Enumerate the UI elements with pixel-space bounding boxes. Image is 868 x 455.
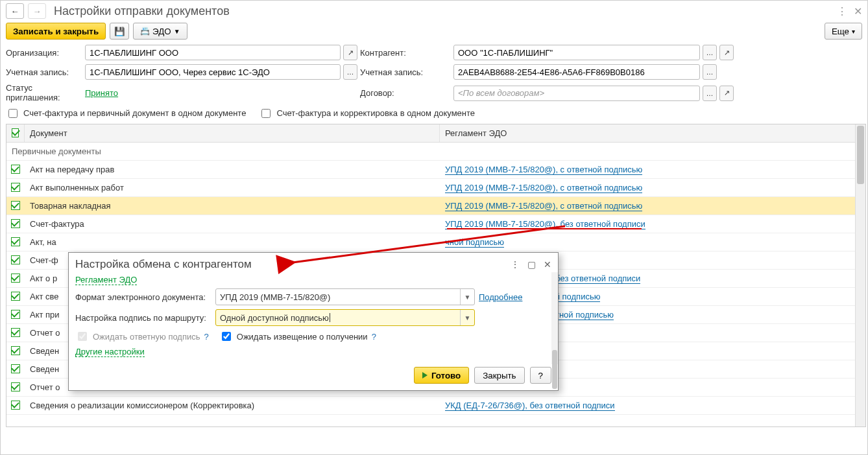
edo-dropdown-button[interactable]: 📇 ЭДО ▼ bbox=[133, 23, 187, 40]
text-cursor bbox=[330, 313, 330, 322]
reg-cell: УПД 2019 (ММВ-7-15/820@), с ответной под… bbox=[440, 165, 865, 174]
more-link[interactable]: Подробнее bbox=[479, 292, 522, 302]
ellipsis-icon[interactable]: … bbox=[703, 86, 717, 101]
row-check[interactable] bbox=[6, 219, 25, 228]
row-check[interactable] bbox=[6, 274, 25, 283]
table-row[interactable]: Товарная накладнаяУПД 2019 (ММВ-7-15/820… bbox=[6, 197, 865, 215]
options-row: Счет-фактура и первичный документ в одно… bbox=[1, 107, 867, 124]
maximize-icon[interactable]: ▢ bbox=[527, 259, 536, 270]
check-icon bbox=[12, 128, 19, 137]
group-primary-docs: Первичные документы bbox=[6, 143, 865, 161]
nav-back-button[interactable]: ← bbox=[6, 3, 24, 19]
open-icon[interactable]: ↗ bbox=[343, 45, 357, 60]
sign-route-select[interactable]: Одной доступной подписью ▼ bbox=[215, 309, 475, 326]
play-icon bbox=[422, 372, 428, 379]
reg-cell: УКД (ЕД-7-26/736@), без ответной подписи bbox=[440, 401, 865, 410]
reg-cell: УПД 2019 (ММВ-7-15/820@), без ответной п… bbox=[440, 219, 865, 229]
chevron-down-icon: ▼ bbox=[460, 289, 474, 305]
check-icon bbox=[11, 328, 20, 337]
wait-reply-checkbox[interactable]: Ожидать ответную подпись bbox=[75, 330, 200, 343]
row-check[interactable] bbox=[6, 382, 25, 391]
row-check[interactable] bbox=[6, 183, 25, 192]
wait-notice-checkbox[interactable]: Ожидать извещение о получении bbox=[219, 330, 368, 343]
close-icon[interactable]: ✕ bbox=[544, 259, 551, 270]
row-check[interactable] bbox=[6, 201, 25, 210]
table-row[interactable]: Акт на передачу правУПД 2019 (ММВ-7-15/8… bbox=[6, 161, 865, 179]
counterparty-label: Контрагент: bbox=[360, 48, 451, 58]
account-field[interactable] bbox=[85, 64, 341, 80]
row-check[interactable] bbox=[6, 328, 25, 337]
scroll-thumb[interactable] bbox=[552, 350, 557, 389]
save-close-button[interactable]: Записать и закрыть bbox=[6, 23, 106, 40]
check-icon bbox=[11, 382, 20, 391]
row-check[interactable] bbox=[6, 401, 25, 410]
kebab-icon[interactable]: ⋮ bbox=[837, 5, 847, 18]
doc-cell: Товарная накладная bbox=[25, 201, 440, 211]
close-icon[interactable]: ✕ bbox=[854, 5, 862, 18]
table-row[interactable]: Акт выполненных работУПД 2019 (ММВ-7-15/… bbox=[6, 179, 865, 197]
floppy-icon: 💾 bbox=[114, 27, 125, 36]
ellipsis-icon[interactable]: … bbox=[343, 64, 357, 80]
check-icon bbox=[11, 292, 20, 301]
reglament-link[interactable]: УПД 2019 (ММВ-7-15/820@), с ответной под… bbox=[445, 165, 642, 175]
format-select[interactable]: УПД 2019 (ММВ-7-15/820@) ▼ bbox=[215, 288, 475, 305]
check-icon bbox=[11, 401, 20, 410]
format-value: УПД 2019 (ММВ-7-15/820@) bbox=[220, 292, 330, 302]
nav-forward-button[interactable]: → bbox=[28, 3, 46, 19]
other-settings-link[interactable]: Другие настройки bbox=[75, 347, 145, 357]
reglament-link[interactable]: УКД (ЕД-7-26/736@), без ответной подписи bbox=[445, 401, 615, 411]
header-check-cell[interactable] bbox=[6, 124, 25, 142]
contract-label: Договор: bbox=[360, 88, 451, 98]
header-document[interactable]: Документ bbox=[25, 124, 440, 142]
cp-account-field[interactable] bbox=[453, 64, 700, 80]
invoice-correction-checkbox[interactable]: Счет-фактура и корректировка в одном док… bbox=[259, 107, 475, 120]
row-check[interactable] bbox=[6, 292, 25, 301]
reglament-link[interactable]: Регламент ЭДО bbox=[75, 275, 137, 285]
reglament-link[interactable]: чной подписью bbox=[445, 237, 504, 248]
done-button[interactable]: Готово bbox=[414, 367, 469, 384]
scroll-thumb[interactable] bbox=[857, 126, 864, 184]
open-icon[interactable]: ↗ bbox=[719, 45, 734, 60]
close-button[interactable]: Закрыть bbox=[474, 367, 524, 384]
save-button[interactable]: 💾 bbox=[110, 23, 129, 40]
window-header: ← → Настройки отправки документов ⋮ ✕ bbox=[1, 1, 867, 21]
toolbar: Записать и закрыть 💾 📇 ЭДО ▼ Еще ▾ bbox=[1, 21, 867, 45]
counterparty-field[interactable] bbox=[453, 45, 700, 60]
annotation-underline bbox=[447, 228, 642, 229]
reglament-link[interactable]: УПД 2019 (ММВ-7-15/820@), с ответной под… bbox=[445, 183, 642, 193]
table-row[interactable]: Акт, начной подписью bbox=[6, 233, 865, 251]
sign-route-label: Настройка подпись по маршруту: bbox=[75, 313, 211, 323]
kebab-icon[interactable]: ⋮ bbox=[511, 259, 520, 270]
check-icon bbox=[11, 274, 20, 283]
check-icon bbox=[11, 165, 20, 174]
row-check[interactable] bbox=[6, 346, 25, 355]
table-row[interactable]: Счет-фактураУПД 2019 (ММВ-7-15/820@), бе… bbox=[6, 215, 865, 233]
chevron-down-icon: ▾ bbox=[852, 28, 855, 35]
help-icon[interactable]: ? bbox=[372, 332, 376, 342]
ellipsis-icon[interactable]: … bbox=[703, 64, 717, 80]
help-icon[interactable]: ? bbox=[204, 332, 209, 342]
reg-cell: УПД 2019 (ММВ-7-15/820@), с ответной под… bbox=[440, 201, 865, 211]
org-field[interactable] bbox=[85, 45, 341, 60]
row-check[interactable] bbox=[6, 310, 25, 319]
row-check[interactable] bbox=[6, 237, 25, 246]
help-button[interactable]: ? bbox=[530, 367, 551, 384]
dialog-title: Настройка обмена с контрагентом bbox=[75, 258, 252, 271]
ellipsis-icon[interactable]: … bbox=[703, 45, 717, 60]
open-icon[interactable]: ↗ bbox=[719, 86, 734, 101]
dialog-scrollbar[interactable] bbox=[551, 272, 558, 364]
row-check[interactable] bbox=[6, 255, 25, 264]
invoice-primary-checkbox[interactable]: Счет-фактура и первичный документ в одно… bbox=[6, 107, 246, 120]
table-row[interactable]: Сведения о реализации комиссионером (Кор… bbox=[6, 397, 865, 415]
row-check[interactable] bbox=[6, 364, 25, 373]
vertical-scrollbar[interactable] bbox=[855, 124, 865, 426]
header-reglament[interactable]: Регламент ЭДО bbox=[440, 124, 865, 142]
check-icon bbox=[11, 201, 20, 210]
more-button[interactable]: Еще ▾ bbox=[825, 23, 862, 40]
status-link[interactable]: Принято bbox=[85, 88, 118, 98]
exchange-settings-dialog: Настройка обмена с контрагентом ⋮ ▢ ✕ Ре… bbox=[68, 252, 559, 391]
row-check[interactable] bbox=[6, 165, 25, 174]
reglament-link[interactable]: УПД 2019 (ММВ-7-15/820@), с ответной под… bbox=[445, 201, 642, 211]
contract-field[interactable]: <По всем договорам> bbox=[453, 86, 700, 101]
sign-value: Одной доступной подписью bbox=[220, 313, 329, 323]
